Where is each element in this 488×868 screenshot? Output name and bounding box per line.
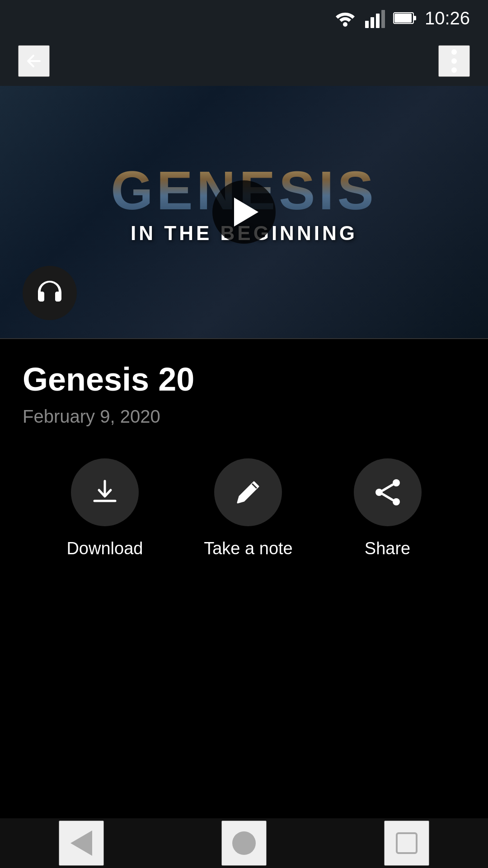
system-recents-button[interactable] [384,821,429,866]
bottom-nav [0,818,488,868]
play-button[interactable] [212,180,276,244]
take-note-action[interactable]: Take a note [204,458,292,558]
top-nav [0,36,488,86]
svg-rect-4 [381,10,385,28]
svg-rect-3 [376,14,380,28]
svg-point-11 [393,479,400,486]
sermon-title: Genesis 20 [23,362,465,397]
more-dots-icon [451,47,457,75]
download-action[interactable]: Download [66,458,143,558]
svg-point-13 [375,489,383,496]
sermon-date: February 9, 2020 [23,406,465,427]
note-circle [214,458,282,526]
share-action[interactable]: Share [354,458,422,558]
svg-point-8 [451,49,457,55]
share-label: Share [365,539,410,558]
svg-rect-1 [365,21,369,28]
battery-icon [393,11,417,25]
svg-point-9 [451,58,457,64]
svg-point-12 [393,498,400,505]
status-icons: 10:26 [333,8,470,28]
signal-icon [365,8,385,28]
svg-rect-2 [371,17,374,28]
back-arrow-icon [23,50,45,72]
svg-point-0 [343,22,347,27]
back-triangle-icon [70,830,92,856]
recents-square-icon [396,832,418,854]
pencil-icon [232,476,264,508]
wifi-icon [333,9,357,27]
svg-point-10 [451,67,457,73]
home-circle-icon [232,831,256,855]
system-home-button[interactable] [221,821,267,866]
headphones-icon [34,277,66,309]
svg-rect-6 [413,16,416,20]
video-thumbnail: GENESIS IN THE BEGINNING [0,86,488,339]
download-label: Download [66,539,143,558]
system-back-button[interactable] [59,821,104,866]
share-circle [354,458,422,526]
back-button[interactable] [18,45,50,77]
action-buttons-row: Download Take a note [23,458,465,558]
more-options-button[interactable] [438,45,470,77]
status-bar: 10:26 [0,0,488,36]
play-triangle-icon [234,198,258,226]
note-label: Take a note [204,539,292,558]
headphones-button[interactable] [23,266,77,320]
svg-line-15 [383,494,393,500]
svg-rect-7 [394,14,412,23]
download-icon [89,476,121,508]
content-area: Genesis 20 February 9, 2020 Download Tak… [0,339,488,585]
svg-line-14 [383,485,393,491]
status-time: 10:26 [425,8,470,28]
share-icon [372,476,404,508]
download-circle [71,458,139,526]
